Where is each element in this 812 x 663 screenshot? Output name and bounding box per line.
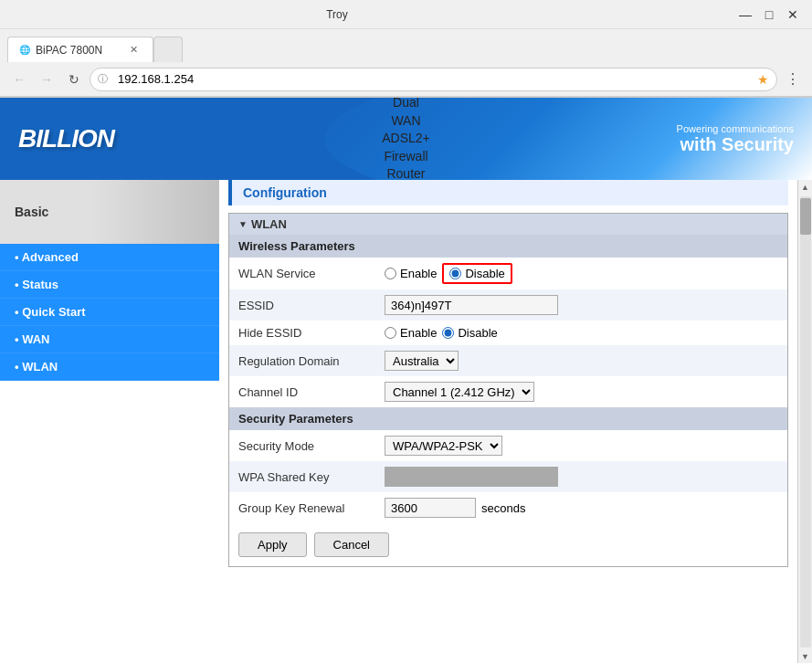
- wlan-disable-highlight: Disable: [442, 263, 511, 284]
- essid-row: ESSID: [229, 289, 787, 321]
- sidebar-item-wan[interactable]: WAN: [0, 326, 219, 353]
- titlebar-user: Troy: [326, 8, 348, 21]
- sidebar-image: [91, 180, 219, 244]
- sidebar-item-quickstart[interactable]: Quick Start: [0, 299, 219, 326]
- titlebar: Troy — □ ✕: [0, 0, 812, 29]
- new-tab-button[interactable]: [153, 37, 183, 62]
- tab-close-button[interactable]: ✕: [126, 42, 142, 58]
- wlan-title: WLAN: [229, 214, 787, 235]
- main-layout: Basic Advanced Status Quick Start WAN WL…: [0, 180, 812, 663]
- wpa-key-label: WPA Shared Key: [229, 461, 375, 492]
- sidebar-basic-label: Basic: [15, 205, 48, 219]
- regulation-domain-select[interactable]: Australia: [385, 351, 459, 371]
- scrollbar: ▲ ▼: [797, 180, 812, 663]
- scroll-thumb[interactable]: [800, 198, 811, 235]
- regulation-domain-label: Regulation Domain: [229, 345, 375, 376]
- group-key-input[interactable]: [385, 498, 476, 518]
- minimize-button[interactable]: —: [733, 5, 757, 24]
- wlan-service-row: WLAN Service Enable Disa: [229, 258, 787, 289]
- sidebar-item-advanced[interactable]: Advanced: [0, 244, 219, 271]
- header-security-text: Powering communications with Security: [677, 123, 794, 155]
- tab-bar: 🌐 BiPAC 7800N ✕: [0, 29, 812, 62]
- security-params-table: Security Mode WPA/WPA2-PSK WPA Shared Ke…: [229, 430, 787, 523]
- sidebar-menu: Advanced Status Quick Start WAN WLAN: [0, 244, 219, 381]
- regulation-domain-row: Regulation Domain Australia: [229, 345, 787, 376]
- header-tagline: Dual WAN ADSL2+ Firewall Router: [382, 98, 430, 180]
- essid-label: ESSID: [229, 289, 375, 321]
- wpa-key-row: WPA Shared Key: [229, 461, 787, 492]
- nav-bar: ← → ↻ ⓘ ★ ⋮: [0, 62, 812, 97]
- hide-disable-option[interactable]: Disable: [442, 326, 497, 340]
- header-banner: BILLION Dual WAN ADSL2+ Firewall Router …: [0, 98, 812, 180]
- security-mode-row: Security Mode WPA/WPA2-PSK: [229, 430, 787, 461]
- scroll-down-button[interactable]: ▼: [798, 649, 813, 663]
- channel-id-select[interactable]: Channel 1 (2.412 GHz): [385, 382, 534, 402]
- config-header: Configuration: [228, 180, 788, 205]
- security-mode-select[interactable]: WPA/WPA2-PSK: [385, 436, 502, 456]
- back-button[interactable]: ←: [7, 68, 31, 91]
- hide-essid-row: Hide ESSID Enable Disable: [229, 321, 787, 345]
- address-bar[interactable]: ⓘ ★: [90, 68, 777, 91]
- group-key-unit: seconds: [481, 501, 525, 515]
- sidebar-item-status[interactable]: Status: [0, 271, 219, 299]
- browser-menu-button[interactable]: ⋮: [781, 68, 805, 91]
- group-key-row: Group Key Renewal seconds: [229, 492, 787, 523]
- scroll-up-button[interactable]: ▲: [798, 180, 813, 195]
- hide-essid-radio-group: Enable Disable: [385, 326, 778, 340]
- close-button[interactable]: ✕: [781, 5, 805, 24]
- wlan-disable-radio[interactable]: [449, 268, 461, 279]
- wlan-disable-option[interactable]: Disable: [449, 267, 504, 280]
- wireless-params-table: WLAN Service Enable Disa: [229, 258, 787, 407]
- channel-id-label: Channel ID: [229, 376, 375, 407]
- page-content: BILLION Dual WAN ADSL2+ Firewall Router …: [0, 98, 812, 663]
- button-row: Apply Cancel: [229, 523, 787, 566]
- sidebar: Basic Advanced Status Quick Start WAN WL…: [0, 180, 219, 663]
- wlan-service-radio-group: Enable Disable: [385, 263, 778, 284]
- wlan-box: WLAN Wireless Parameters WLAN Service En…: [228, 213, 788, 567]
- wlan-enable-radio[interactable]: [385, 268, 396, 279]
- sidebar-item-wlan[interactable]: WLAN: [0, 353, 219, 381]
- hide-disable-radio[interactable]: [442, 327, 454, 339]
- wpa-key-input[interactable]: [385, 467, 558, 487]
- security-mode-label: Security Mode: [229, 430, 375, 461]
- essid-input[interactable]: [385, 295, 558, 315]
- address-input[interactable]: [118, 72, 747, 86]
- bookmark-star-icon[interactable]: ★: [757, 72, 769, 87]
- cancel-button[interactable]: Cancel: [314, 532, 389, 557]
- billion-logo: BILLION: [18, 124, 114, 153]
- wireless-params-header: Wireless Parameters: [229, 235, 787, 258]
- forward-button[interactable]: →: [35, 68, 58, 91]
- maximize-button[interactable]: □: [757, 5, 781, 24]
- address-icon: ⓘ: [98, 72, 108, 86]
- sidebar-basic: Basic: [0, 180, 219, 244]
- wlan-service-label: WLAN Service: [229, 258, 375, 289]
- refresh-button[interactable]: ↻: [62, 68, 86, 91]
- tab-title: BiPAC 7800N: [36, 44, 102, 57]
- active-tab[interactable]: 🌐 BiPAC 7800N ✕: [7, 37, 153, 62]
- group-key-label: Group Key Renewal: [229, 492, 375, 523]
- wlan-enable-option[interactable]: Enable: [385, 267, 437, 280]
- tab-favicon: 🌐: [19, 45, 30, 55]
- hide-enable-radio[interactable]: [385, 327, 396, 339]
- hide-essid-label: Hide ESSID: [229, 321, 375, 345]
- scroll-track: [800, 196, 811, 647]
- content-area: Configuration WLAN Wireless Parameters W…: [219, 180, 797, 663]
- apply-button[interactable]: Apply: [238, 532, 307, 557]
- hide-enable-option[interactable]: Enable: [385, 326, 437, 340]
- channel-id-row: Channel ID Channel 1 (2.412 GHz): [229, 376, 787, 407]
- browser-chrome: 🌐 BiPAC 7800N ✕ ← → ↻ ⓘ ★ ⋮: [0, 29, 812, 98]
- security-params-header: Security Parameters: [229, 407, 787, 430]
